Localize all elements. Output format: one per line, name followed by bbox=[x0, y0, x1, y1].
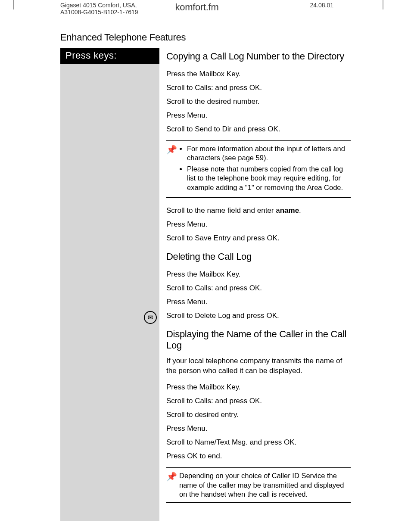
step: Scroll to Calls: and press OK. bbox=[166, 281, 351, 295]
intro-text: If your local telephone company transmit… bbox=[166, 356, 351, 376]
step: Press the Mailbox Key. bbox=[166, 380, 351, 394]
step: Scroll to Delete Log and press OK. bbox=[166, 309, 351, 323]
step: Press Menu. bbox=[166, 109, 351, 122]
running-header: Gigaset 4015 Comfort, USA, A31008-G4015-… bbox=[60, 0, 351, 18]
step: Scroll to Send to Dir and press OK. bbox=[166, 122, 351, 136]
step: Press Menu. bbox=[166, 218, 351, 231]
pushpin-icon: 📌 bbox=[166, 144, 175, 194]
step: Scroll to the name field and enter a nam… bbox=[166, 204, 351, 218]
key-mailbox bbox=[60, 81, 159, 532]
crop-mark bbox=[383, 0, 383, 9]
pushpin-icon: 📌 bbox=[166, 471, 175, 499]
step: Press Menu. bbox=[166, 422, 351, 436]
instructions-column: Copying a Call Log Number to the Directo… bbox=[159, 48, 351, 521]
crop-mark bbox=[13, 0, 14, 9]
header-left: Gigaset 4015 Comfort, USA, A31008-G4015-… bbox=[60, 2, 151, 18]
press-keys-column: Press keys: OK MENU OK MENU bbox=[60, 48, 159, 521]
step: Press OK to end. bbox=[166, 449, 351, 463]
header-right: 24.08.01 bbox=[243, 2, 351, 18]
heading-copy: Copying a Call Log Number to the Directo… bbox=[166, 51, 351, 62]
step: Scroll to the desired number. bbox=[166, 95, 351, 109]
step: Scroll to Name/Text Msg. and press OK. bbox=[166, 436, 351, 449]
mailbox-icon bbox=[144, 311, 157, 324]
step: Scroll to Save Entry and press OK. bbox=[166, 231, 351, 245]
note-text: Depending on your choice of Caller ID Se… bbox=[179, 471, 351, 499]
step: Press Menu. bbox=[166, 295, 351, 309]
heading-display: Displaying the Name of the Caller in the… bbox=[166, 329, 351, 351]
note-box: 📌 Depending on your choice of Caller ID … bbox=[166, 467, 351, 503]
content-grid: Press keys: OK MENU OK MENU bbox=[60, 48, 351, 521]
section-title: Enhanced Telephone Features bbox=[60, 32, 351, 43]
step: Press the Mailbox Key. bbox=[166, 268, 351, 281]
header-center: komfort.fm bbox=[151, 2, 242, 13]
step: Scroll to Calls: and press OK. bbox=[166, 81, 351, 95]
note-item: Please note that numbers copied from the… bbox=[187, 165, 351, 192]
step: Scroll to desired entry. bbox=[166, 408, 351, 422]
press-keys-header: Press keys: bbox=[60, 48, 159, 64]
heading-delete: Deleting the Call Log bbox=[166, 251, 351, 262]
note-item: For more information about the input of … bbox=[187, 144, 351, 163]
step: Press the Mailbox Key. bbox=[166, 67, 351, 81]
note-box: 📌 For more information about the input o… bbox=[166, 140, 351, 198]
step: Scroll to Calls: and press OK. bbox=[166, 394, 351, 408]
